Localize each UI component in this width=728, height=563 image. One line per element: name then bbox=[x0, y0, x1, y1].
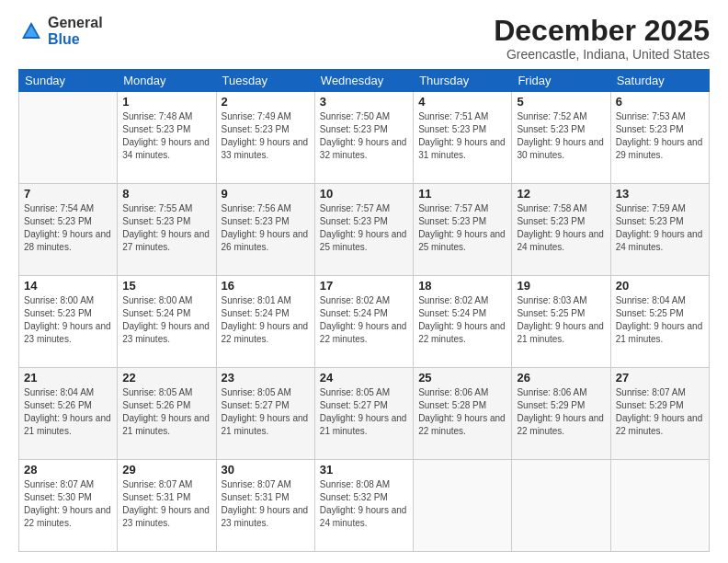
day-info: Sunrise: 7:50 AMSunset: 5:23 PMDaylight:… bbox=[320, 110, 408, 162]
day-number: 27 bbox=[616, 371, 704, 385]
month-title: December 2025 bbox=[494, 15, 710, 47]
calendar-day-header: Friday bbox=[512, 70, 610, 92]
day-number: 3 bbox=[320, 95, 408, 109]
calendar-cell: 20Sunrise: 8:04 AMSunset: 5:25 PMDayligh… bbox=[610, 276, 709, 368]
day-info: Sunrise: 7:53 AMSunset: 5:23 PMDaylight:… bbox=[616, 110, 704, 162]
logo-text: General Blue bbox=[48, 15, 103, 47]
day-number: 6 bbox=[616, 95, 704, 109]
day-info: Sunrise: 7:58 AMSunset: 5:23 PMDaylight:… bbox=[517, 202, 605, 254]
day-info: Sunrise: 8:05 AMSunset: 5:27 PMDaylight:… bbox=[222, 386, 310, 438]
calendar-cell: 11Sunrise: 7:57 AMSunset: 5:23 PMDayligh… bbox=[414, 184, 512, 276]
calendar-week-row: 28Sunrise: 8:07 AMSunset: 5:30 PMDayligh… bbox=[19, 460, 710, 552]
day-info: Sunrise: 8:07 AMSunset: 5:30 PMDaylight:… bbox=[24, 478, 112, 530]
day-number: 7 bbox=[24, 187, 112, 201]
day-number: 30 bbox=[222, 463, 310, 477]
day-info: Sunrise: 8:07 AMSunset: 5:31 PMDaylight:… bbox=[222, 478, 310, 530]
calendar-day-header: Tuesday bbox=[216, 70, 314, 92]
day-info: Sunrise: 7:54 AMSunset: 5:23 PMDaylight:… bbox=[24, 202, 112, 254]
calendar-cell bbox=[414, 460, 512, 552]
day-number: 25 bbox=[418, 371, 506, 385]
day-number: 19 bbox=[517, 279, 605, 293]
day-number: 29 bbox=[122, 463, 210, 477]
day-number: 28 bbox=[24, 463, 112, 477]
calendar-cell: 9Sunrise: 7:56 AMSunset: 5:23 PMDaylight… bbox=[216, 184, 314, 276]
day-info: Sunrise: 7:49 AMSunset: 5:23 PMDaylight:… bbox=[222, 110, 310, 162]
calendar-cell: 7Sunrise: 7:54 AMSunset: 5:23 PMDaylight… bbox=[19, 184, 118, 276]
day-number: 18 bbox=[418, 279, 506, 293]
day-number: 8 bbox=[122, 187, 210, 201]
calendar-cell bbox=[512, 460, 610, 552]
day-number: 10 bbox=[320, 187, 408, 201]
calendar-cell: 15Sunrise: 8:00 AMSunset: 5:24 PMDayligh… bbox=[118, 276, 216, 368]
day-info: Sunrise: 8:02 AMSunset: 5:24 PMDaylight:… bbox=[320, 294, 408, 346]
day-info: Sunrise: 8:03 AMSunset: 5:25 PMDaylight:… bbox=[517, 294, 605, 346]
calendar-week-row: 7Sunrise: 7:54 AMSunset: 5:23 PMDaylight… bbox=[19, 184, 710, 276]
calendar-cell: 29Sunrise: 8:07 AMSunset: 5:31 PMDayligh… bbox=[118, 460, 216, 552]
calendar-cell: 2Sunrise: 7:49 AMSunset: 5:23 PMDaylight… bbox=[216, 92, 314, 184]
calendar-header-row: SundayMondayTuesdayWednesdayThursdayFrid… bbox=[19, 70, 710, 92]
calendar-cell: 10Sunrise: 7:57 AMSunset: 5:23 PMDayligh… bbox=[314, 184, 413, 276]
day-info: Sunrise: 7:55 AMSunset: 5:23 PMDaylight:… bbox=[122, 202, 210, 254]
calendar-day-header: Sunday bbox=[19, 70, 118, 92]
day-info: Sunrise: 8:07 AMSunset: 5:31 PMDaylight:… bbox=[122, 478, 210, 530]
day-number: 13 bbox=[616, 187, 704, 201]
day-info: Sunrise: 8:05 AMSunset: 5:27 PMDaylight:… bbox=[320, 386, 408, 438]
day-number: 26 bbox=[517, 371, 605, 385]
day-number: 23 bbox=[222, 371, 310, 385]
calendar-cell: 6Sunrise: 7:53 AMSunset: 5:23 PMDaylight… bbox=[610, 92, 709, 184]
day-number: 2 bbox=[222, 95, 310, 109]
calendar-day-header: Monday bbox=[118, 70, 216, 92]
calendar-day-header: Saturday bbox=[610, 70, 709, 92]
day-number: 5 bbox=[517, 95, 605, 109]
calendar-cell: 8Sunrise: 7:55 AMSunset: 5:23 PMDaylight… bbox=[118, 184, 216, 276]
calendar-cell: 19Sunrise: 8:03 AMSunset: 5:25 PMDayligh… bbox=[512, 276, 610, 368]
day-info: Sunrise: 8:00 AMSunset: 5:23 PMDaylight:… bbox=[24, 294, 112, 346]
day-number: 11 bbox=[418, 187, 506, 201]
day-info: Sunrise: 8:05 AMSunset: 5:26 PMDaylight:… bbox=[122, 386, 210, 438]
day-info: Sunrise: 8:04 AMSunset: 5:26 PMDaylight:… bbox=[24, 386, 112, 438]
calendar-cell: 12Sunrise: 7:58 AMSunset: 5:23 PMDayligh… bbox=[512, 184, 610, 276]
day-number: 9 bbox=[222, 187, 310, 201]
calendar-cell: 14Sunrise: 8:00 AMSunset: 5:23 PMDayligh… bbox=[19, 276, 118, 368]
calendar-cell: 25Sunrise: 8:06 AMSunset: 5:28 PMDayligh… bbox=[414, 368, 512, 460]
calendar-cell: 30Sunrise: 8:07 AMSunset: 5:31 PMDayligh… bbox=[216, 460, 314, 552]
header: General Blue December 2025 Greencastle, … bbox=[18, 15, 710, 62]
calendar-day-header: Wednesday bbox=[314, 70, 413, 92]
day-info: Sunrise: 7:57 AMSunset: 5:23 PMDaylight:… bbox=[418, 202, 506, 254]
day-info: Sunrise: 8:02 AMSunset: 5:24 PMDaylight:… bbox=[418, 294, 506, 346]
day-info: Sunrise: 7:52 AMSunset: 5:23 PMDaylight:… bbox=[517, 110, 605, 162]
calendar-cell: 4Sunrise: 7:51 AMSunset: 5:23 PMDaylight… bbox=[414, 92, 512, 184]
location: Greencastle, Indiana, United States bbox=[494, 47, 710, 62]
day-number: 16 bbox=[222, 279, 310, 293]
day-number: 17 bbox=[320, 279, 408, 293]
calendar-cell bbox=[19, 92, 118, 184]
logo-blue: Blue bbox=[48, 31, 103, 48]
day-number: 24 bbox=[320, 371, 408, 385]
day-info: Sunrise: 7:56 AMSunset: 5:23 PMDaylight:… bbox=[222, 202, 310, 254]
day-info: Sunrise: 8:07 AMSunset: 5:29 PMDaylight:… bbox=[616, 386, 704, 438]
day-info: Sunrise: 8:00 AMSunset: 5:24 PMDaylight:… bbox=[122, 294, 210, 346]
calendar-cell: 28Sunrise: 8:07 AMSunset: 5:30 PMDayligh… bbox=[19, 460, 118, 552]
calendar-cell: 3Sunrise: 7:50 AMSunset: 5:23 PMDaylight… bbox=[314, 92, 413, 184]
day-number: 22 bbox=[122, 371, 210, 385]
calendar-cell: 5Sunrise: 7:52 AMSunset: 5:23 PMDaylight… bbox=[512, 92, 610, 184]
logo: General Blue bbox=[18, 15, 103, 47]
calendar-week-row: 21Sunrise: 8:04 AMSunset: 5:26 PMDayligh… bbox=[19, 368, 710, 460]
calendar-cell: 26Sunrise: 8:06 AMSunset: 5:29 PMDayligh… bbox=[512, 368, 610, 460]
day-number: 20 bbox=[616, 279, 704, 293]
day-info: Sunrise: 7:59 AMSunset: 5:23 PMDaylight:… bbox=[616, 202, 704, 254]
day-info: Sunrise: 8:06 AMSunset: 5:29 PMDaylight:… bbox=[517, 386, 605, 438]
calendar-week-row: 1Sunrise: 7:48 AMSunset: 5:23 PMDaylight… bbox=[19, 92, 710, 184]
day-number: 4 bbox=[418, 95, 506, 109]
calendar-cell: 23Sunrise: 8:05 AMSunset: 5:27 PMDayligh… bbox=[216, 368, 314, 460]
calendar-cell: 27Sunrise: 8:07 AMSunset: 5:29 PMDayligh… bbox=[610, 368, 709, 460]
calendar-cell: 18Sunrise: 8:02 AMSunset: 5:24 PMDayligh… bbox=[414, 276, 512, 368]
calendar-week-row: 14Sunrise: 8:00 AMSunset: 5:23 PMDayligh… bbox=[19, 276, 710, 368]
calendar-cell: 16Sunrise: 8:01 AMSunset: 5:24 PMDayligh… bbox=[216, 276, 314, 368]
calendar-day-header: Thursday bbox=[414, 70, 512, 92]
title-block: December 2025 Greencastle, Indiana, Unit… bbox=[494, 15, 710, 62]
day-info: Sunrise: 8:01 AMSunset: 5:24 PMDaylight:… bbox=[222, 294, 310, 346]
calendar-cell: 31Sunrise: 8:08 AMSunset: 5:32 PMDayligh… bbox=[314, 460, 413, 552]
day-info: Sunrise: 7:57 AMSunset: 5:23 PMDaylight:… bbox=[320, 202, 408, 254]
calendar-cell: 17Sunrise: 8:02 AMSunset: 5:24 PMDayligh… bbox=[314, 276, 413, 368]
